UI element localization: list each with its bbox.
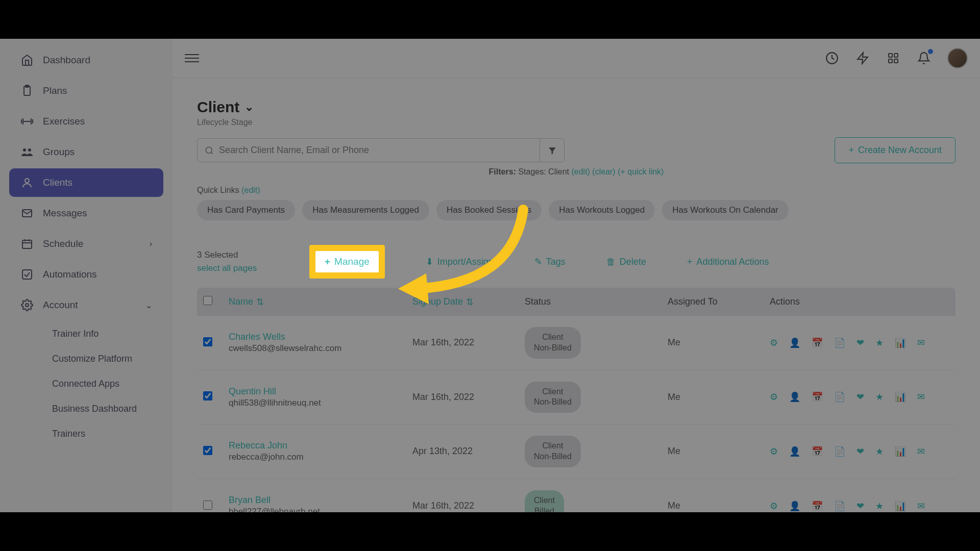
additional-actions-button[interactable]: + Additional Actions — [687, 257, 769, 267]
sidebar-item-account[interactable]: Account ⌄ — [9, 291, 163, 319]
import-assign-button[interactable]: ⬇ Import/Assign — [426, 256, 494, 267]
apps-icon[interactable] — [886, 51, 900, 65]
calendar-icon[interactable]: 📅 — [812, 446, 823, 457]
sidebar-item-groups[interactable]: Groups — [9, 138, 163, 166]
manage-highlight: + Manage — [309, 245, 385, 279]
mail-icon[interactable]: ✉ — [917, 446, 925, 457]
person-icon[interactable]: 👤 — [789, 500, 800, 512]
person-icon — [20, 176, 34, 189]
sidebar-item-clients[interactable]: Clients — [9, 168, 163, 197]
mail-icon[interactable]: ✉ — [917, 391, 925, 403]
create-account-button[interactable]: + Create New Account — [835, 137, 955, 163]
svg-marker-18 — [857, 53, 868, 64]
row-checkbox[interactable] — [203, 337, 212, 346]
sidebar-item-label: Messages — [43, 208, 152, 219]
file-icon[interactable]: 📄 — [834, 391, 845, 403]
manage-button[interactable]: + Manage — [315, 251, 379, 272]
chip-booked-sessions[interactable]: Has Booked Sessions — [436, 200, 542, 220]
clock-icon[interactable] — [825, 51, 839, 65]
star-icon[interactable]: ★ — [875, 391, 884, 403]
select-all-checkbox[interactable] — [203, 296, 212, 305]
quicklinks-label: Quick Links (edit) — [197, 186, 955, 195]
chip-measurements[interactable]: Has Measurements Logged — [302, 200, 429, 220]
client-name-link[interactable]: Quentin Hill — [229, 386, 412, 397]
select-all-pages[interactable]: select all pages — [197, 263, 309, 273]
plus-icon: + — [848, 145, 854, 156]
file-icon[interactable]: 📄 — [834, 500, 845, 512]
sidebar-item-label: Automations — [43, 269, 152, 280]
selected-count: 3 Selected — [197, 250, 309, 260]
mail-icon[interactable]: ✉ — [917, 337, 925, 348]
chart-icon[interactable]: 📊 — [895, 500, 906, 512]
mail-icon[interactable]: ✉ — [917, 500, 925, 512]
chip-workouts-logged[interactable]: Has Workouts Logged — [549, 200, 655, 220]
delete-button[interactable]: 🗑 Delete — [606, 257, 646, 267]
col-assigned: Assigned To — [668, 296, 770, 307]
sidebar-item-schedule[interactable]: Schedule › — [9, 230, 163, 258]
filter-button[interactable] — [540, 139, 564, 162]
sidebar-sub-connected-apps[interactable]: Connected Apps — [43, 371, 163, 396]
chip-workouts-calendar[interactable]: Has Workouts On Calendar — [662, 200, 789, 220]
quicklinks-edit-link[interactable]: (edit) — [241, 186, 260, 194]
sidebar-sub-customize-platform[interactable]: Customize Platform — [43, 346, 163, 371]
heart-icon[interactable]: ❤ — [856, 446, 864, 457]
sidebar-item-exercises[interactable]: Exercises — [9, 107, 163, 136]
bell-icon[interactable] — [917, 51, 931, 65]
sidebar-sub-business-dashboard[interactable]: Business Dashboard — [43, 396, 163, 421]
svg-point-23 — [206, 147, 212, 153]
row-checkbox[interactable] — [203, 500, 212, 510]
svg-rect-22 — [894, 59, 898, 63]
group-icon — [20, 145, 34, 159]
star-icon[interactable]: ★ — [875, 337, 884, 348]
status-badge: ClientNon-Billed — [525, 382, 581, 413]
gear-icon[interactable]: ⚙ — [770, 446, 778, 457]
client-name-link[interactable]: Charles Wells — [229, 332, 412, 342]
sidebar-item-plans[interactable]: Plans — [9, 77, 163, 105]
chart-icon[interactable]: 📊 — [895, 391, 906, 403]
lightning-icon[interactable] — [855, 51, 870, 65]
filters-quicklink[interactable]: (+ quick link) — [618, 167, 664, 176]
hamburger-icon[interactable] — [185, 51, 199, 65]
calendar-icon[interactable]: 📅 — [812, 391, 823, 403]
avatar[interactable] — [947, 48, 968, 68]
file-icon[interactable]: 📄 — [834, 446, 845, 457]
heart-icon[interactable]: ❤ — [856, 337, 864, 348]
search-input[interactable]: Search Client Name, Email or Phone — [198, 139, 540, 162]
gear-icon[interactable]: ⚙ — [770, 337, 778, 348]
star-icon[interactable]: ★ — [875, 500, 884, 512]
sidebar-item-dashboard[interactable]: Dashboard — [9, 46, 163, 74]
gear-icon[interactable]: ⚙ — [770, 500, 778, 512]
person-icon[interactable]: 👤 — [789, 446, 800, 457]
person-icon[interactable]: 👤 — [789, 337, 800, 348]
chart-icon[interactable]: 📊 — [895, 446, 906, 457]
page-title[interactable]: Client ⌄ — [197, 98, 254, 116]
client-name-link[interactable]: Bryan Bell — [229, 495, 412, 506]
status-badge: ClientNon-Billed — [525, 436, 581, 467]
tags-button[interactable]: ✎ Tags — [534, 256, 566, 267]
calendar-icon[interactable]: 📅 — [812, 500, 823, 512]
manage-label: Manage — [334, 256, 370, 267]
heart-icon[interactable]: ❤ — [856, 391, 864, 403]
row-checkbox[interactable] — [203, 391, 212, 400]
filters-edit-link[interactable]: (edit) — [571, 167, 590, 176]
file-icon[interactable]: 📄 — [834, 337, 845, 348]
client-name-link[interactable]: Rebecca John — [229, 440, 412, 451]
col-name[interactable]: Name ⇅ — [229, 296, 412, 308]
col-signup[interactable]: Signup Date ⇅ — [412, 296, 525, 308]
star-icon[interactable]: ★ — [875, 446, 884, 457]
filters-clear-link[interactable]: (clear) — [592, 167, 615, 176]
sidebar-sub-trainers[interactable]: Trainers — [43, 421, 163, 446]
sidebar-item-automations[interactable]: Automations — [9, 260, 163, 289]
calendar-icon[interactable]: 📅 — [812, 337, 823, 348]
search-icon — [205, 146, 214, 155]
sidebar-item-label: Plans — [43, 85, 152, 96]
sidebar-sub-trainer-info[interactable]: Trainer Info — [43, 321, 163, 346]
gear-icon[interactable]: ⚙ — [770, 391, 778, 403]
person-icon[interactable]: 👤 — [789, 391, 800, 403]
row-checkbox[interactable] — [203, 446, 212, 455]
heart-icon[interactable]: ❤ — [856, 500, 864, 512]
svg-line-24 — [211, 152, 212, 154]
chart-icon[interactable]: 📊 — [895, 337, 906, 348]
sidebar-item-messages[interactable]: Messages — [9, 199, 163, 228]
chip-card-payments[interactable]: Has Card Payments — [197, 200, 295, 220]
